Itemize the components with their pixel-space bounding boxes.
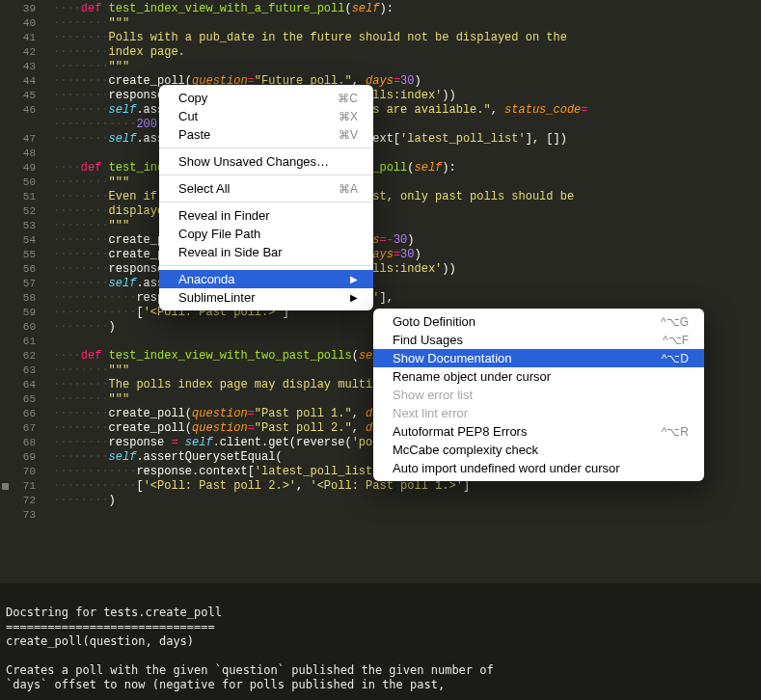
code-line[interactable]: 50········""" [0, 175, 761, 190]
menu-item-label: Copy File Path [178, 227, 260, 241]
code-content[interactable] [53, 508, 761, 523]
menu-shortcut: ⌘A [339, 182, 358, 196]
code-line[interactable]: 51········Even if both past and future p… [0, 190, 761, 204]
menu-item[interactable]: Copy⌘C [159, 89, 373, 107]
code-content[interactable]: ········""" [53, 60, 761, 74]
menu-separator [159, 175, 373, 175]
code-line[interactable]: 45········response = self.client.get(rev… [0, 89, 761, 103]
line-number: 48 [0, 147, 53, 161]
menu-item[interactable]: Copy File Path [159, 225, 373, 243]
menu-item[interactable]: Show Documentation^⌥D [373, 349, 704, 367]
code-content[interactable]: ····def test_index_view_with_a_future_po… [53, 2, 761, 16]
code-line[interactable]: 53········""" [0, 219, 761, 233]
menu-item[interactable]: Anaconda▶ [159, 270, 373, 288]
line-number: 49 [0, 161, 53, 175]
line-number: 70 [0, 465, 53, 479]
code-content[interactable]: ········Polls with a pub_date in the fut… [53, 31, 761, 45]
context-submenu-anaconda[interactable]: Goto Definition^⌥GFind Usages^⌥FShow Doc… [373, 309, 704, 481]
menu-shortcut: ^⌥R [662, 425, 689, 439]
code-line[interactable]: 48 [0, 147, 761, 161]
code-line[interactable]: 43········""" [0, 60, 761, 74]
menu-item[interactable]: Paste⌘V [159, 125, 373, 144]
menu-separator [159, 202, 373, 202]
code-line[interactable]: 41········Polls with a pub_date in the f… [0, 31, 761, 45]
menu-item[interactable]: McCabe complexity check [373, 441, 704, 459]
documentation-panel: Docstring for tests.create_poll ========… [0, 583, 761, 700]
menu-item[interactable]: Rename object under cursor [373, 367, 704, 386]
line-number: 44 [0, 74, 53, 89]
line-number: 56 [0, 262, 53, 277]
menu-item-label: Cut [178, 109, 198, 123]
code-line[interactable]: 46········self.assertContains(response, … [0, 103, 761, 118]
menu-item: Next lint error [373, 404, 704, 422]
menu-item-label: Goto Definition [393, 314, 476, 329]
line-number: 64 [0, 378, 53, 392]
menu-item[interactable]: Find Usages^⌥F [373, 331, 704, 349]
line-number: 73 [0, 508, 53, 523]
doc-rule: ============================== [6, 620, 215, 633]
submenu-arrow-icon: ▶ [350, 292, 358, 303]
menu-item-label: McCabe complexity check [393, 443, 538, 457]
menu-item[interactable]: Auto import undefined word under cursor [373, 459, 704, 477]
code-line[interactable]: 56········response = self.client.get(rev… [0, 262, 761, 277]
doc-title: Docstring for tests.create_poll [6, 606, 222, 619]
code-line[interactable]: 55········create_poll(question="Future p… [0, 248, 761, 262]
line-number: 62 [0, 349, 53, 363]
line-number [0, 118, 53, 132]
line-number: 59 [0, 306, 53, 320]
code-line[interactable]: 58············response.context['latest_p… [0, 291, 761, 306]
menu-item-label: Reveal in Finder [178, 208, 270, 223]
code-content[interactable]: ········""" [53, 16, 761, 31]
line-number: 52 [0, 204, 53, 219]
menu-shortcut: ^⌥F [663, 334, 689, 347]
line-number: 54 [0, 233, 53, 248]
line-number: 58 [0, 291, 53, 306]
line-number: 66 [0, 407, 53, 421]
menu-separator [159, 148, 373, 148]
menu-item[interactable]: Reveal in Side Bar [159, 243, 373, 261]
code-line[interactable]: 73 [0, 508, 761, 523]
menu-item-label: Rename object under cursor [393, 369, 551, 384]
menu-item[interactable]: Autoformat PEP8 Errors^⌥R [373, 422, 704, 441]
code-content[interactable]: ············['<Poll: Past poll 2.>', '<P… [53, 479, 761, 494]
menu-shortcut: ⌘X [339, 110, 358, 123]
menu-item[interactable]: Show Unsaved Changes… [159, 152, 373, 171]
code-line[interactable]: 42········index page. [0, 45, 761, 60]
code-line[interactable]: 44········create_poll(question="Future p… [0, 74, 761, 89]
code-line[interactable]: ············200) [0, 118, 761, 132]
menu-shortcut: ⌘V [339, 128, 358, 142]
menu-item-label: SublimeLinter [178, 290, 256, 305]
line-number: 51 [0, 190, 53, 204]
line-number: 45 [0, 89, 53, 103]
menu-item-label: Next lint error [393, 406, 468, 420]
line-number: 60 [0, 320, 53, 335]
line-number: 57 [0, 277, 53, 291]
code-line[interactable]: 47········self.assertQuerysetEqual(respo… [0, 132, 761, 147]
menu-shortcut: ^⌥D [662, 352, 689, 365]
menu-item[interactable]: Goto Definition^⌥G [373, 312, 704, 331]
menu-item-label: Find Usages [393, 333, 463, 347]
code-line[interactable]: 72········) [0, 494, 761, 508]
doc-body-line: `days` offset to now (negative for polls… [6, 678, 445, 691]
code-line[interactable]: 49····def test_index_view_with_a_future_… [0, 161, 761, 175]
menu-shortcut: ⌘C [338, 92, 358, 105]
line-number: 61 [0, 335, 53, 349]
code-line[interactable]: 52········displayed. [0, 204, 761, 219]
menu-separator [159, 265, 373, 266]
menu-item[interactable]: Reveal in Finder [159, 206, 373, 225]
code-content[interactable]: ········index page. [53, 45, 761, 60]
line-number: 69 [0, 450, 53, 465]
code-line[interactable]: 39····def test_index_view_with_a_future_… [0, 2, 761, 16]
code-line[interactable]: 71············['<Poll: Past poll 2.>', '… [0, 479, 761, 494]
code-content[interactable]: ········) [53, 494, 761, 508]
menu-item[interactable]: Select All⌘A [159, 179, 373, 198]
line-number: 47 [0, 132, 53, 147]
code-line[interactable]: 57········self.assertQuerysetEqual( [0, 277, 761, 291]
menu-item[interactable]: SublimeLinter▶ [159, 288, 373, 307]
code-line[interactable]: 54········create_poll(question="Past pol… [0, 233, 761, 248]
line-number: 55 [0, 248, 53, 262]
code-line[interactable]: 40········""" [0, 16, 761, 31]
context-menu[interactable]: Copy⌘CCut⌘XPaste⌘VShow Unsaved Changes…S… [159, 85, 373, 310]
menu-item[interactable]: Cut⌘X [159, 107, 373, 125]
menu-item: Show error list [373, 386, 704, 404]
